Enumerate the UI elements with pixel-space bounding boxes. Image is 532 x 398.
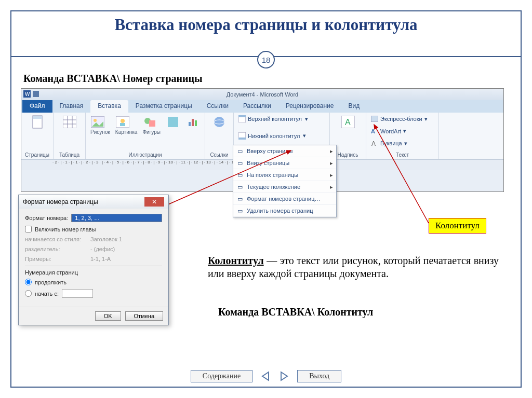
- word-doc-title: Документ4 - Microsoft Word: [21, 91, 503, 98]
- btn-shapes[interactable]: Фигуры: [142, 115, 160, 135]
- btn-contents[interactable]: Содержание: [191, 370, 252, 382]
- picture-icon: [90, 115, 105, 129]
- dd-top-icon: ▭: [236, 147, 244, 155]
- btn-header[interactable]: Верхний колонтитул▾: [237, 115, 310, 123]
- dd-bottom-icon: ▭: [236, 159, 244, 167]
- svg-rect-18: [189, 122, 191, 126]
- group-text: Экспресс-блоки▾ AWordArt▾ AБуквица▾ Текс…: [366, 113, 439, 159]
- dd-remove[interactable]: ▭Удалить номера страниц: [233, 205, 336, 217]
- links-icon[interactable]: [212, 115, 227, 129]
- ribbon: Страницы Таблица Рисунок Картинка Фигуры: [21, 113, 503, 159]
- btn-picture[interactable]: Рисунок: [90, 115, 110, 135]
- group-caption-label: Надпись: [338, 152, 358, 158]
- svg-rect-31: [371, 116, 378, 122]
- table-icon[interactable]: [62, 115, 77, 129]
- dd-format-icon: ▭: [236, 195, 244, 202]
- numbering-group-label: Нумерация страниц: [25, 269, 162, 276]
- svg-rect-24: [238, 115, 246, 117]
- page-number-badge: 18: [257, 51, 275, 68]
- dd-format-label: Формат номеров страниц…: [247, 196, 320, 202]
- format-label: Формат номера:: [25, 215, 68, 221]
- btn-wordart[interactable]: AWordArt▾: [369, 127, 408, 135]
- word-screenshot: W Документ4 - Microsoft Word Файл Главна…: [21, 88, 504, 192]
- btn-header-label: Верхний колонтитул: [248, 116, 302, 122]
- continue-label: продолжить: [35, 279, 66, 285]
- callout-kolontitul: Колонтитул: [429, 218, 486, 234]
- group-table: Таблица: [54, 113, 86, 159]
- separator-value: - (дефис): [90, 246, 115, 252]
- tab-home[interactable]: Главная: [52, 100, 91, 113]
- format-select[interactable]: 1, 2, 3, …: [71, 214, 162, 222]
- btn-shapes-label: Фигуры: [142, 129, 160, 135]
- tab-references[interactable]: Ссылки: [200, 100, 236, 113]
- nav-prev-icon[interactable]: [260, 370, 271, 382]
- startat-label: начать с:: [35, 291, 59, 297]
- ok-button[interactable]: OK: [95, 311, 121, 321]
- start-style-value: Заголовок 1: [90, 236, 122, 242]
- footer-icon: [238, 132, 246, 140]
- continue-radio[interactable]: [25, 279, 32, 285]
- smartart-icon: [166, 115, 180, 129]
- dd-top-label: Вверху страницы: [247, 148, 292, 154]
- btn-dropcap[interactable]: AБуквица▾: [369, 139, 409, 147]
- dd-current-icon: ▭: [236, 183, 244, 190]
- slide-title: Вставка номера страницы и колонтитула: [0, 16, 532, 34]
- dd-format[interactable]: ▭Формат номеров страниц…: [233, 193, 336, 205]
- svg-text:A: A: [371, 128, 375, 134]
- svg-point-13: [121, 119, 125, 123]
- btn-footer[interactable]: Нижний колонтитул▾: [237, 132, 308, 140]
- dialog-titlebar: Формат номера страницы ✕: [19, 195, 168, 209]
- group-pages: Страницы: [21, 113, 54, 159]
- svg-rect-26: [238, 138, 246, 140]
- tab-review[interactable]: Рецензирование: [278, 100, 341, 113]
- btn-clipart[interactable]: Картинка: [115, 115, 138, 135]
- definition-text: Колонтитул — это текст или рисунок, кото…: [208, 254, 499, 280]
- btn-footer-label: Нижний колонтитул: [248, 133, 300, 139]
- bottom-nav: Содержание Выход: [0, 370, 532, 382]
- cancel-button[interactable]: Отмена: [125, 311, 163, 321]
- dd-remove-label: Удалить номера страниц: [247, 208, 313, 214]
- header-icon: [238, 115, 246, 122]
- clipart-icon: [115, 115, 130, 129]
- group-pages-label: Страницы: [25, 152, 49, 158]
- btn-wordart-label: WordArt: [380, 128, 401, 134]
- svg-text:A: A: [371, 140, 376, 146]
- btn-chart[interactable]: [185, 115, 200, 135]
- wordart-icon: A: [371, 128, 378, 135]
- group-illustrations: Рисунок Картинка Фигуры Иллюстрации: [86, 113, 205, 159]
- tab-insert[interactable]: Вставка: [90, 100, 128, 113]
- dd-bottom-label: Внизу страницы: [247, 160, 289, 166]
- svg-marker-37: [281, 372, 287, 380]
- btn-smartart[interactable]: [166, 115, 180, 135]
- tab-view[interactable]: Вид: [341, 100, 367, 113]
- dd-margins[interactable]: ▭На полях страницы▸: [233, 169, 336, 181]
- tab-pagelayout[interactable]: Разметка страницы: [128, 100, 200, 113]
- dialog-close-button[interactable]: ✕: [144, 197, 164, 207]
- dd-bottom[interactable]: ▭Внизу страницы▸: [233, 157, 336, 169]
- page-icon[interactable]: [30, 115, 45, 129]
- tab-file[interactable]: Файл: [22, 100, 52, 113]
- textbox-icon[interactable]: A: [341, 115, 355, 129]
- tab-mailings[interactable]: Рассылки: [236, 100, 278, 113]
- command-path-1: Команда ВСТАВКА\ Номер страницы: [23, 73, 203, 85]
- svg-text:A: A: [345, 118, 351, 127]
- chart-icon: [185, 115, 200, 129]
- dd-top[interactable]: ▭Вверху страницы▸: [233, 145, 336, 157]
- nav-next-icon[interactable]: [278, 370, 290, 382]
- include-chapter-checkbox[interactable]: [25, 226, 32, 232]
- examples-label: Примеры:: [25, 256, 87, 262]
- startat-input[interactable]: [62, 289, 93, 298]
- group-illustrations-label: Иллюстрации: [129, 152, 162, 158]
- svg-rect-17: [168, 117, 178, 127]
- startat-radio[interactable]: [25, 290, 32, 297]
- svg-rect-20: [195, 120, 197, 126]
- btn-exit[interactable]: Выход: [297, 370, 341, 382]
- btn-quickparts[interactable]: Экспресс-блоки▾: [369, 115, 429, 123]
- word-titlebar: W Документ4 - Microsoft Word: [21, 89, 503, 100]
- dd-margins-icon: ▭: [236, 171, 244, 179]
- quickparts-icon: [371, 115, 378, 122]
- dialog-title-text: Формат номера страницы: [23, 198, 98, 205]
- group-links-label: Ссылки: [210, 152, 228, 158]
- dd-current[interactable]: ▭Текущее положение▸: [233, 181, 336, 193]
- btn-quickparts-label: Экспресс-блоки: [380, 116, 422, 122]
